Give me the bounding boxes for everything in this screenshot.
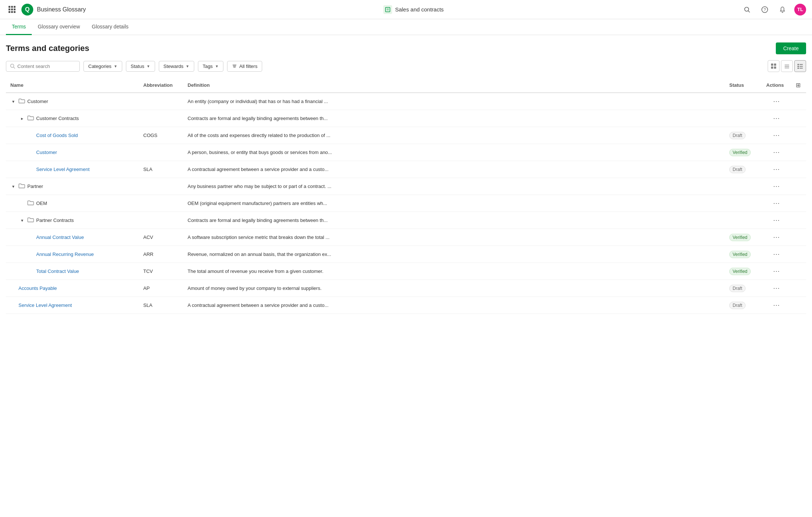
table-header-row: Name Abbreviation Definition Status Acti…: [6, 78, 806, 93]
table-row: ▾ CustomerAn entity (company or individu…: [6, 93, 806, 110]
row-actions-button[interactable]: ···: [771, 233, 782, 242]
row-actions: ···: [762, 212, 791, 229]
row-abbreviation: ACV: [139, 229, 183, 246]
row-abbreviation: [139, 178, 183, 195]
row-abbreviation: TCV: [139, 263, 183, 280]
row-actions-button[interactable]: ···: [771, 284, 782, 293]
row-name[interactable]: Service Level Agreement: [18, 302, 72, 308]
row-name[interactable]: Cost of Goods Sold: [36, 133, 78, 138]
glossary-name: Sales and contracts: [395, 6, 444, 13]
all-filters-button[interactable]: All filters: [227, 61, 262, 72]
svg-rect-15: [774, 66, 776, 69]
row-actions-button[interactable]: ···: [771, 267, 782, 276]
svg-point-3: [745, 7, 749, 11]
categories-filter[interactable]: Categories ▼: [83, 61, 122, 72]
row-name[interactable]: Total Contract Value: [36, 268, 79, 274]
svg-rect-14: [771, 66, 773, 69]
row-name[interactable]: Accounts Payable: [18, 285, 57, 291]
terms-table: Name Abbreviation Definition Status Acti…: [6, 78, 806, 314]
row-definition: The total amount of revenue you receive …: [183, 263, 725, 280]
folder-icon: [18, 98, 25, 105]
row-definition: All of the costs and expenses directly r…: [183, 127, 725, 144]
grid-icon: [8, 6, 16, 13]
row-definition: Amount of money owed by your company to …: [183, 280, 725, 297]
page-content: Terms and categories Create Categories ▼…: [0, 35, 812, 321]
status-badge: Draft: [729, 302, 746, 309]
status-filter[interactable]: Status ▼: [126, 61, 155, 72]
row-definition: Revenue, normalized on an annual basis, …: [183, 246, 725, 263]
status-badge: Draft: [729, 166, 746, 173]
status-badge: Verified: [729, 251, 751, 258]
tab-glossary-details[interactable]: Glossary details: [86, 19, 135, 35]
row-actions-button[interactable]: ···: [771, 182, 782, 191]
grid-view-button[interactable]: [768, 60, 780, 72]
search-icon: [10, 64, 15, 69]
tab-glossary-overview[interactable]: Glossary overview: [32, 19, 86, 35]
tags-filter[interactable]: Tags ▼: [198, 61, 223, 72]
folder-icon: [27, 217, 34, 224]
status-badge: Verified: [729, 149, 751, 156]
expand-collapse-button[interactable]: ▾: [19, 217, 25, 224]
row-status: Verified: [725, 263, 762, 280]
glossary-badge: Sales and contracts: [383, 5, 444, 14]
folder-icon: [27, 200, 34, 207]
row-actions-button[interactable]: ···: [771, 301, 782, 310]
search-input-wrapper[interactable]: [6, 61, 80, 72]
row-status: [725, 195, 762, 212]
svg-point-7: [11, 64, 14, 68]
stewards-filter[interactable]: Stewards ▼: [159, 61, 194, 72]
row-actions-button[interactable]: ···: [771, 148, 782, 157]
row-actions: ···: [762, 246, 791, 263]
row-actions: ···: [762, 280, 791, 297]
row-name[interactable]: Customer: [36, 150, 57, 155]
status-chevron: ▼: [147, 64, 150, 68]
row-actions-button[interactable]: ···: [771, 114, 782, 123]
search-button[interactable]: [741, 4, 753, 16]
row-status: Draft: [725, 280, 762, 297]
filter-bar: Categories ▼ Status ▼ Stewards ▼ Tags ▼ …: [6, 60, 806, 72]
grid-menu-button[interactable]: [6, 4, 18, 16]
row-toggle-cell: [791, 93, 806, 110]
avatar[interactable]: TL: [794, 4, 806, 16]
status-badge: Verified: [729, 268, 751, 275]
qlik-logo: Q Business Glossary: [21, 4, 86, 16]
expand-collapse-button[interactable]: ▾: [10, 98, 16, 105]
expand-collapse-button[interactable]: ▾: [10, 183, 16, 190]
row-name[interactable]: Service Level Agreement: [36, 167, 90, 172]
svg-rect-21: [798, 66, 799, 67]
content-search-input[interactable]: [17, 64, 69, 69]
row-name: Customer Contracts: [36, 116, 79, 121]
row-actions: ···: [762, 297, 791, 314]
table-row: ▾ PartnerAny business partner who may be…: [6, 178, 806, 195]
table-row: Service Level AgreementSLAA contractual …: [6, 161, 806, 178]
detail-view-button[interactable]: [794, 60, 806, 72]
row-actions-button[interactable]: ···: [771, 131, 782, 140]
row-actions-button[interactable]: ···: [771, 97, 782, 106]
filter-icon: [232, 64, 237, 69]
row-actions: ···: [762, 161, 791, 178]
row-toggle-cell: [791, 144, 806, 161]
create-button[interactable]: Create: [776, 42, 806, 54]
help-button[interactable]: ?: [759, 4, 771, 16]
row-actions-button[interactable]: ···: [771, 216, 782, 225]
row-name[interactable]: Annual Recurring Revenue: [36, 251, 94, 257]
row-actions-button[interactable]: ···: [771, 199, 782, 208]
list-view-button[interactable]: [781, 60, 793, 72]
svg-line-8: [14, 67, 15, 68]
row-definition: Contracts are formal and legally binding…: [183, 110, 725, 127]
row-name[interactable]: Annual Contract Value: [36, 234, 84, 240]
row-toggle-cell: [791, 110, 806, 127]
tab-terms[interactable]: Terms: [6, 19, 32, 35]
expand-collapse-button[interactable]: ▸: [19, 115, 25, 122]
page-header: Terms and categories Create: [6, 42, 806, 54]
row-definition: An entity (company or individual) that h…: [183, 93, 725, 110]
row-actions-button[interactable]: ···: [771, 165, 782, 174]
row-actions-button[interactable]: ···: [771, 250, 782, 259]
row-actions: ···: [762, 263, 791, 280]
notifications-button[interactable]: [777, 4, 788, 16]
row-name: Customer: [27, 99, 48, 104]
row-abbreviation: ARR: [139, 246, 183, 263]
table-columns-toggle[interactable]: ⊞: [796, 82, 801, 89]
stewards-chevron: ▼: [186, 64, 189, 68]
row-name: OEM: [36, 201, 47, 206]
